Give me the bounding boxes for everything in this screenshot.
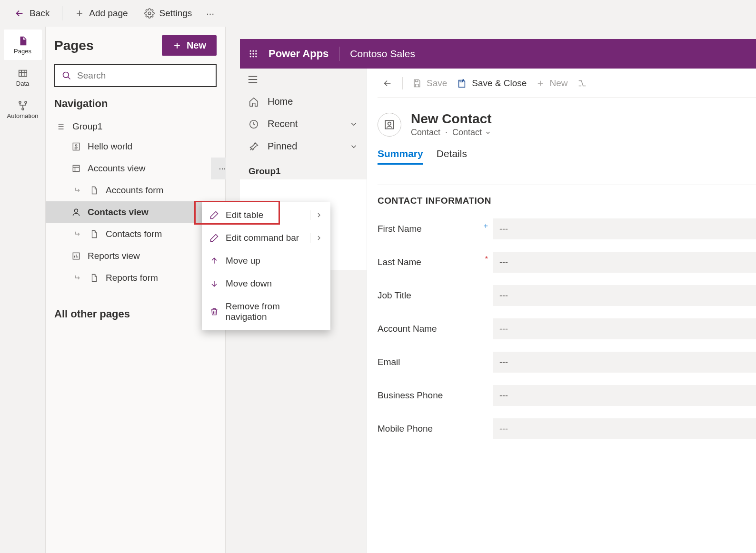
ctx-move-down[interactable]: Move down <box>202 272 330 295</box>
home-icon <box>249 97 259 107</box>
more-button[interactable]: ··· <box>201 5 219 22</box>
field-account-name: Account Name --- <box>378 318 756 339</box>
field-job-title: Job Title --- <box>378 285 756 306</box>
nav-label: Reports view <box>88 251 140 261</box>
back-label: Back <box>30 8 50 19</box>
last-name-input[interactable]: --- <box>493 252 756 273</box>
mobile-phone-input[interactable]: --- <box>493 418 756 439</box>
ctx-edit-cmdbar-label: Edit command bar <box>226 233 299 243</box>
svg-point-4 <box>22 108 24 110</box>
form-section: CONTACT INFORMATION First Name+ --- Last… <box>378 185 756 439</box>
rail-data-label: Data <box>16 80 29 87</box>
top-toolbar: Back Add page Settings ··· <box>0 0 756 27</box>
svg-point-11 <box>250 50 251 52</box>
nav-item-contacts-form[interactable]: Contacts form <box>54 223 217 245</box>
svg-point-19 <box>255 56 257 57</box>
rail-automation[interactable]: Automation <box>4 94 42 125</box>
nav-item-hello[interactable]: Hello world <box>54 136 217 158</box>
hamburger-icon[interactable] <box>240 75 367 90</box>
all-other-pages-heading: All other pages <box>54 308 217 320</box>
sitemap-recent-label: Recent <box>268 118 298 129</box>
rail-data[interactable]: Data <box>4 62 42 92</box>
job-title-input[interactable]: --- <box>493 285 756 306</box>
nav-label: Hello world <box>88 141 132 152</box>
email-input[interactable]: --- <box>493 352 756 373</box>
ctx-remove[interactable]: Remove from navigation <box>202 295 330 328</box>
sitemap-home-label: Home <box>268 96 293 107</box>
sitemap-recent[interactable]: Recent <box>240 113 367 135</box>
rail-pages[interactable]: Pages <box>4 30 42 60</box>
nav-group-header[interactable]: Group1 <box>54 118 217 136</box>
settings-button[interactable]: Settings <box>138 5 199 21</box>
table-icon <box>17 68 29 79</box>
custom-page-icon <box>71 142 81 151</box>
svg-point-22 <box>388 122 391 125</box>
business-phone-input[interactable]: --- <box>493 385 756 406</box>
add-page-button[interactable]: Add page <box>68 5 134 21</box>
cmd-save[interactable]: Save <box>412 78 447 89</box>
command-bar: Save Save & Close New <box>378 69 756 98</box>
rail-automation-label: Automation <box>7 112 39 119</box>
save-icon <box>412 79 422 88</box>
app-name-label: Contoso Sales <box>350 48 415 59</box>
navigation-heading: Navigation <box>54 98 217 110</box>
panel-title: Pages <box>54 38 94 53</box>
subpage-arrow-icon <box>73 186 83 195</box>
required-indicator: * <box>485 255 488 264</box>
svg-point-3 <box>25 101 27 103</box>
search-input[interactable] <box>77 70 209 81</box>
nav-item-reports-form[interactable]: Reports form <box>54 267 217 289</box>
first-name-input[interactable]: --- <box>493 218 756 239</box>
ctx-edit-table[interactable]: Edit table <box>202 204 330 227</box>
search-box[interactable] <box>54 64 217 87</box>
form-area: Save Save & Close New <box>367 69 756 553</box>
nav-item-accounts-form[interactable]: Accounts form <box>54 179 217 201</box>
header-separator <box>339 47 339 61</box>
tab-summary[interactable]: Summary <box>378 148 423 165</box>
record-form-picker[interactable]: Contact <box>452 128 491 138</box>
chevron-down-icon <box>349 142 358 151</box>
pages-panel: Pages New Navigation Group1 Hello world <box>46 27 226 553</box>
back-button[interactable]: Back <box>8 5 56 21</box>
plus-icon <box>536 79 545 88</box>
trash-icon <box>209 307 219 316</box>
context-menu: Edit table Edit command bar Move up Move… <box>202 202 330 330</box>
account-name-input[interactable]: --- <box>493 318 756 339</box>
back-arrow-icon[interactable] <box>382 78 393 89</box>
form-icon <box>90 273 99 283</box>
ctx-move-up[interactable]: Move up <box>202 249 330 272</box>
left-rail: Pages Data Automation <box>0 27 46 553</box>
ctx-edit-table-label: Edit table <box>226 210 263 220</box>
svg-point-14 <box>250 53 251 54</box>
toolbar-separator <box>62 6 62 20</box>
nav-item-contacts-view[interactable]: Contacts view <box>46 201 225 223</box>
chart-icon <box>71 251 81 261</box>
tab-details[interactable]: Details <box>437 148 467 165</box>
nav-item-accounts-view[interactable]: Accounts view ··· <box>46 158 225 179</box>
cmd-new[interactable]: New <box>536 78 567 89</box>
gear-icon <box>144 8 155 19</box>
tab-bar: Summary Details <box>378 148 756 169</box>
sitemap-home[interactable]: Home <box>240 90 367 113</box>
nav-label: Contacts form <box>106 229 162 239</box>
svg-point-2 <box>19 101 21 103</box>
field-last-name: Last Name* --- <box>378 252 756 273</box>
search-icon <box>62 71 71 80</box>
ctx-move-up-label: Move up <box>226 256 260 266</box>
form-icon <box>90 186 99 195</box>
subpage-arrow-icon <box>73 229 83 239</box>
svg-point-18 <box>252 56 254 57</box>
nav-item-reports-view[interactable]: Reports view <box>54 245 217 267</box>
ctx-move-down-label: Move down <box>226 278 272 289</box>
ctx-edit-command-bar[interactable]: Edit command bar <box>202 227 330 249</box>
cmd-flow[interactable] <box>577 78 587 89</box>
cmd-separator <box>402 77 403 89</box>
save-close-icon <box>457 78 467 89</box>
waffle-icon[interactable] <box>249 49 258 59</box>
pencil-icon <box>209 233 219 243</box>
cmd-save-close[interactable]: Save & Close <box>457 78 527 89</box>
sitemap-pinned[interactable]: Pinned <box>240 135 367 158</box>
cmd-new-label: New <box>549 78 567 89</box>
new-page-button[interactable]: New <box>162 35 217 56</box>
nav-label: Reports form <box>106 273 158 283</box>
